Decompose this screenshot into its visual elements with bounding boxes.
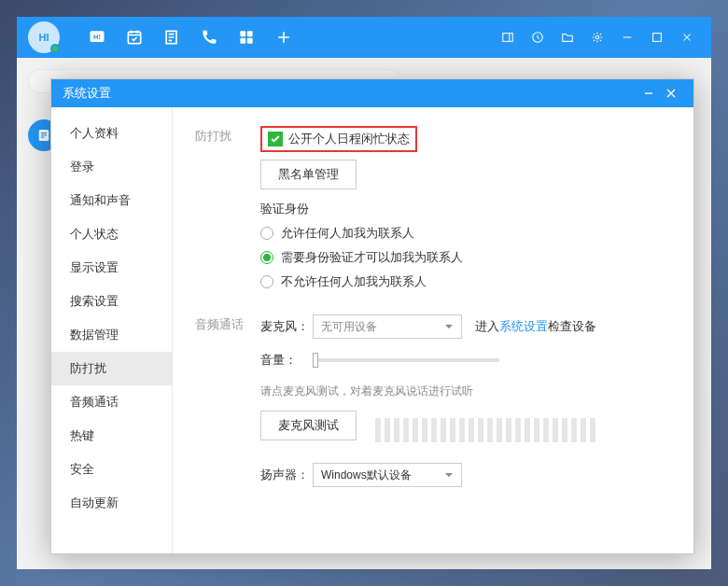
level-bar [441,418,446,442]
verify-radio[interactable]: 不允许任何人加我为联系人 [260,273,671,290]
volume-slider[interactable] [313,358,499,362]
level-bar [413,418,418,442]
avatar[interactable]: HI [28,21,60,53]
mic-label: 麦克风： [260,318,313,335]
system-settings-link[interactable]: 系统设置 [499,319,548,333]
svg-rect-11 [653,34,662,42]
level-bar [385,418,390,442]
dialog-title: 系统设置 [63,85,637,102]
checkbox-label: 公开个人日程闲忙状态 [288,131,410,147]
dialog-body: 个人资料登录通知和声音个人状态显示设置搜索设置数据管理防打扰音频通话热键安全自动… [51,107,693,553]
level-bar [394,418,399,442]
mic-combo-value: 无可用设备 [321,319,377,335]
svg-rect-14 [41,134,47,135]
gear-icon[interactable] [584,17,610,58]
minimize-icon[interactable] [614,17,640,58]
calendar-tab[interactable] [116,17,153,58]
presence-dot [50,44,60,53]
level-bar [375,418,381,442]
level-bar [478,418,483,442]
svg-rect-7 [247,38,253,44]
speaker-combo[interactable]: Windows默认设备 [313,463,462,487]
nav-item[interactable]: 防打扰 [51,352,172,385]
nav-item[interactable]: 通知和声音 [51,184,172,217]
docs-tab[interactable] [153,17,190,58]
panel-icon[interactable] [495,17,521,58]
nav-item[interactable]: 搜索设置 [51,285,172,318]
level-bar [459,418,465,442]
add-tab[interactable] [265,17,302,58]
nav-item[interactable]: 个人状态 [51,217,172,251]
section-label-dnd: 防打扰 [195,126,260,298]
dialog-minimize-icon[interactable] [637,79,660,107]
nav-item[interactable]: 显示设置 [51,251,172,285]
mic-test-hint: 请点麦克风测试，对着麦克风说话进行试听 [260,384,671,399]
radio-icon [260,275,273,288]
level-bar [431,418,437,442]
settings-nav: 个人资料登录通知和声音个人状态显示设置搜索设置数据管理防打扰音频通话热键安全自动… [51,107,173,553]
level-bar [562,418,567,442]
speaker-combo-value: Windows默认设备 [321,467,412,483]
main-toolbar: HI H! [17,17,711,58]
level-meter [375,418,595,442]
section-label-audio: 音频通话 [195,314,260,500]
level-bar [515,418,521,442]
level-bar [543,418,549,442]
level-bar [590,418,595,442]
settings-panel: 防打扰 公开个人日程闲忙状态 黑名单管理 验证身份 允许任何人加我为联系人需要身… [173,107,693,553]
nav-item[interactable]: 登录 [51,150,172,184]
highlight-public-schedule: 公开个人日程闲忙状态 [260,126,417,152]
verify-heading: 验证身份 [260,201,671,217]
volume-label: 音量： [260,352,313,369]
chat-tab[interactable]: H! [78,17,116,58]
level-bar [469,418,474,442]
svg-text:H!: H! [93,33,101,41]
checkbox-public-schedule[interactable] [268,132,283,146]
apps-tab[interactable] [228,17,265,58]
nav-item[interactable]: 数据管理 [51,318,172,352]
radio-label: 允许任何人加我为联系人 [281,225,414,242]
close-icon[interactable] [674,17,700,58]
history-icon[interactable] [525,17,551,58]
window-tool-icons [495,17,700,58]
nav-item[interactable]: 自动更新 [51,486,172,520]
level-bar [506,418,511,442]
blacklist-button[interactable]: 黑名单管理 [260,160,357,189]
nav-item[interactable]: 安全 [51,453,172,486]
level-bar [403,418,409,442]
svg-rect-13 [41,133,47,133]
radio-icon [260,227,273,240]
level-bar [534,418,539,442]
verify-radio[interactable]: 允许任何人加我为联系人 [260,225,671,242]
svg-rect-15 [41,137,45,138]
level-bar [450,418,455,442]
level-bar [497,418,502,442]
speaker-label: 扬声器： [260,467,313,483]
svg-rect-4 [240,31,245,36]
svg-rect-8 [503,34,513,42]
check-device-text: 进入系统设置检查设备 [475,318,596,335]
level-bar [525,418,530,442]
radio-label: 不允许任何人加我为联系人 [281,273,427,290]
maximize-icon[interactable] [644,17,670,58]
nav-item[interactable]: 个人资料 [51,117,172,150]
svg-rect-2 [128,32,140,43]
level-bar [422,418,427,442]
nav-item[interactable]: 音频通话 [51,385,172,419]
slider-thumb[interactable] [313,353,318,368]
level-bar [487,418,493,442]
level-bar [581,418,586,442]
dialog-titlebar: 系统设置 [51,79,693,107]
nav-item[interactable]: 热键 [51,419,172,453]
level-bar [571,418,577,442]
folder-icon[interactable] [554,17,581,58]
call-tab[interactable] [190,17,228,58]
mic-test-button[interactable]: 麦克风测试 [260,411,357,440]
svg-rect-5 [247,31,253,36]
settings-dialog: 系统设置 个人资料登录通知和声音个人状态显示设置搜索设置数据管理防打扰音频通话热… [50,78,694,554]
mic-combo[interactable]: 无可用设备 [313,314,462,339]
level-bar [553,418,558,442]
radio-icon [260,251,273,264]
dialog-close-icon[interactable] [660,79,682,107]
verify-radio[interactable]: 需要身份验证才可以加我为联系人 [260,249,671,266]
